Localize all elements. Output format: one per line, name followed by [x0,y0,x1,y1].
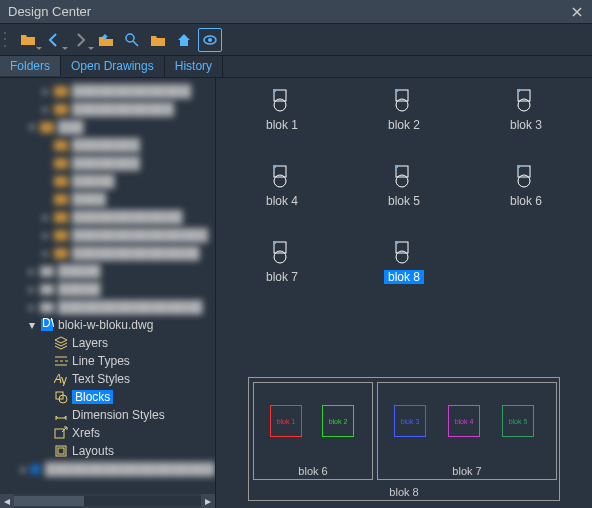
preview-block-8: blok 8 blok 6 blok 1 blok 2 blok 7 blok … [248,377,560,501]
preview-label-g6: blok 6 [298,465,327,477]
up-button[interactable] [94,28,118,52]
preview-label-g7: blok 7 [452,465,481,477]
scroll-left-icon[interactable]: ◂ [0,494,14,508]
folder-tree-panel: ▸██████████████ ▸████████████ ▾███ █████… [0,78,216,508]
dwg-icon: DWG [40,318,54,332]
svg-rect-5 [40,122,54,133]
layers-icon [54,336,68,350]
svg-rect-25 [31,464,40,473]
tab-folders[interactable]: Folders [0,56,61,77]
block-item[interactable]: blok 1 [224,88,340,158]
block-thumb-icon [390,240,418,264]
dimstyles-icon [54,408,68,422]
scroll-thumb[interactable] [14,496,84,506]
tab-open-drawings[interactable]: Open Drawings [61,56,165,77]
svg-rect-28 [273,89,276,92]
preview-block-6: blok 6 blok 1 blok 2 [253,382,373,480]
svg-rect-22 [55,429,64,438]
svg-text:y: y [61,373,67,386]
titlebar: Design Center [0,0,592,24]
collapse-icon[interactable]: ▾ [26,319,38,331]
block-thumb-icon [268,88,296,112]
blocks-icon [54,390,68,404]
folder-tree[interactable]: ▸██████████████ ▸████████████ ▾███ █████… [0,78,215,486]
block-item[interactable]: blok 4 [224,164,340,234]
block-item[interactable]: blok 5 [346,164,462,234]
content-panel: blok 1 blok 2 blok 3 blok 4 blok 5 blok … [216,78,592,508]
preview-sq-5: blok 5 [502,405,534,437]
tree-item-linetypes[interactable]: Line Types [0,352,215,370]
preview-sq-1: blok 1 [270,405,302,437]
tree-file-row[interactable]: ▾ DWG bloki-w-bloku.dwg [0,316,215,334]
svg-rect-10 [54,212,68,223]
svg-rect-49 [395,241,398,244]
toolbar-grip[interactable] [4,30,10,50]
svg-point-0 [126,34,134,42]
tree-item-textstyles[interactable]: AyText Styles [0,370,215,388]
block-thumb-icon [390,88,418,112]
scroll-track[interactable] [14,496,201,506]
main-area: ▸██████████████ ▸████████████ ▾███ █████… [0,78,592,508]
preview-label-outer: blok 8 [389,486,418,498]
load-button[interactable] [16,28,40,52]
svg-rect-14 [40,284,54,295]
block-item[interactable]: blok 3 [468,88,584,158]
preview-block-7: blok 7 blok 3 blok 4 blok 5 [377,382,557,480]
svg-rect-12 [54,248,68,259]
tree-item-layouts[interactable]: Layouts [0,442,215,460]
svg-rect-6 [54,140,68,151]
preview-sq-2: blok 2 [322,405,354,437]
preview-button[interactable] [198,28,222,52]
block-item[interactable]: blok 8 [346,240,462,310]
home-button[interactable] [172,28,196,52]
forward-button[interactable] [68,28,92,52]
textstyles-icon: Ay [54,372,68,386]
svg-rect-37 [273,165,276,168]
block-thumb-icon [268,164,296,188]
tree-item-xrefs[interactable]: Xrefs [0,424,215,442]
block-item[interactable]: blok 2 [346,88,462,158]
svg-point-2 [208,38,212,42]
tree-item-dimstyles[interactable]: Dimension Styles [0,406,215,424]
block-thumb-icon [512,88,540,112]
linetypes-icon [54,354,68,368]
svg-rect-3 [54,86,68,97]
svg-rect-9 [54,194,68,205]
preview-panel: blok 8 blok 6 blok 1 blok 2 blok 7 blok … [216,370,592,508]
tree-hscrollbar[interactable]: ◂ ▸ [0,494,215,508]
svg-rect-13 [40,266,54,277]
tab-history[interactable]: History [165,56,223,77]
block-thumb-icon [390,164,418,188]
layouts-icon [54,444,68,458]
scroll-right-icon[interactable]: ▸ [201,494,215,508]
svg-rect-40 [395,165,398,168]
svg-rect-31 [395,89,398,92]
preview-sq-3: blok 3 [394,405,426,437]
block-item[interactable]: blok 7 [224,240,340,310]
block-item[interactable]: blok 6 [468,164,584,234]
svg-rect-8 [54,176,68,187]
svg-text:DWG: DWG [42,318,54,330]
block-grid: blok 1 blok 2 blok 3 blok 4 blok 5 blok … [216,78,592,370]
favorites-button[interactable] [146,28,170,52]
tree-item-blocks[interactable]: Blocks [0,388,215,406]
svg-rect-46 [273,241,276,244]
back-button[interactable] [42,28,66,52]
svg-rect-7 [54,158,68,169]
block-thumb-icon [512,164,540,188]
close-button[interactable] [570,5,584,19]
svg-rect-4 [54,104,68,115]
block-thumb-icon [268,240,296,264]
window-title: Design Center [8,4,570,19]
svg-rect-24 [58,448,64,454]
xrefs-icon [54,426,68,440]
preview-sq-4: blok 4 [448,405,480,437]
tree-item-layers[interactable]: Layers [0,334,215,352]
tab-bar: Folders Open Drawings History [0,56,592,78]
svg-rect-15 [40,302,54,313]
svg-rect-43 [517,165,520,168]
toolbar [0,24,592,56]
search-button[interactable] [120,28,144,52]
svg-rect-34 [517,89,520,92]
tree-file-label: bloki-w-bloku.dwg [58,318,153,332]
